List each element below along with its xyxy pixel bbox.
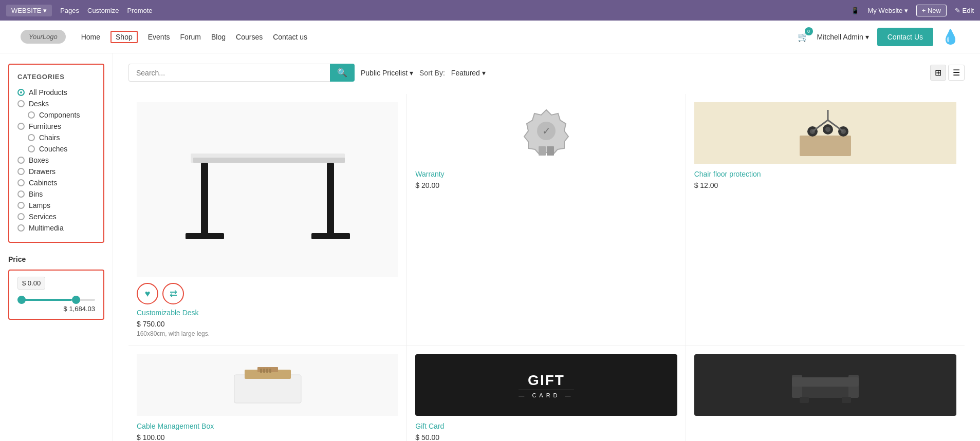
promote-link[interactable]: Promote xyxy=(127,7,152,14)
category-lamps-label: Lamps xyxy=(29,201,50,209)
grid-view-icon: ⊞ xyxy=(935,68,941,77)
radio-drawers xyxy=(17,168,25,175)
gift-card-title: GIFT xyxy=(528,372,565,389)
category-services[interactable]: Services xyxy=(17,211,95,222)
admin-bar: WEBSITE ▾ Pages Customize Promote 📱 My W… xyxy=(0,0,980,21)
mobile-icon[interactable]: 📱 xyxy=(851,7,859,14)
svg-rect-31 xyxy=(792,377,859,387)
svg-rect-3 xyxy=(186,233,224,239)
cart-icon[interactable]: 🛒 0 xyxy=(798,31,809,43)
product-image-sofa xyxy=(694,354,956,416)
product-card-gift-card: GIFT — CARD — Gift Card $ 50.00 xyxy=(407,346,686,441)
radio-components xyxy=(28,111,35,119)
product-actions-desk: ♥ ⇄ xyxy=(137,283,398,304)
categories-panel: CATEGORIES All Products Desks Components… xyxy=(8,64,104,243)
category-cabinets-label: Cabinets xyxy=(29,179,57,187)
grid-view-button[interactable]: ⊞ xyxy=(930,65,946,81)
range-handle-left[interactable] xyxy=(17,296,26,304)
nav-home[interactable]: Home xyxy=(81,33,100,41)
category-chairs-label: Chairs xyxy=(39,133,60,142)
product-name-cable-box[interactable]: Cable Management Box xyxy=(137,422,398,430)
warranty-badge-illustration: ✓ xyxy=(523,107,569,159)
category-all-products[interactable]: All Products xyxy=(17,87,95,98)
product-card-chair-protection: Chair floor protection $ 12.00 xyxy=(686,94,965,346)
category-multimedia-label: Multimedia xyxy=(29,224,64,232)
product-name-gift-card[interactable]: Gift Card xyxy=(415,422,677,430)
radio-services xyxy=(17,213,25,220)
pricelist-chevron-icon: ▾ xyxy=(410,69,413,77)
product-card-customizable-desk: ♥ ⇄ Customizable Desk $ 750.00 160x80cm,… xyxy=(128,94,407,346)
product-card-cable-box: Cable Management Box $ 100.00 xyxy=(128,346,407,441)
nav-shop[interactable]: Shop xyxy=(110,31,138,43)
category-furnitures[interactable]: Furnitures xyxy=(17,121,95,132)
nav-events[interactable]: Events xyxy=(148,33,170,41)
svg-rect-33 xyxy=(842,397,851,403)
categories-title: CATEGORIES xyxy=(17,73,95,81)
list-view-button[interactable]: ☰ xyxy=(948,65,965,81)
customize-link[interactable]: Customize xyxy=(87,7,119,14)
product-name-chair-protection[interactable]: Chair floor protection xyxy=(694,170,956,178)
product-image-gift-card: GIFT — CARD — xyxy=(415,354,677,416)
category-couches[interactable]: Couches xyxy=(17,143,95,155)
sort-chevron-icon: ▾ xyxy=(482,69,486,77)
radio-all-products xyxy=(17,89,25,96)
svg-rect-26 xyxy=(266,369,268,373)
logo[interactable]: YourLogo xyxy=(21,30,66,44)
svg-rect-32 xyxy=(800,397,809,403)
search-input[interactable] xyxy=(128,64,330,82)
product-price-chair-protection: $ 12.00 xyxy=(694,181,956,189)
product-name-warranty[interactable]: Warranty xyxy=(415,170,677,178)
nav-forum[interactable]: Forum xyxy=(180,33,201,41)
price-min-value: $ 0.00 xyxy=(17,277,45,290)
category-all-products-label: All Products xyxy=(29,88,67,97)
price-range-slider[interactable] xyxy=(17,299,95,301)
contact-us-button[interactable]: Contact Us xyxy=(877,28,933,46)
edit-button[interactable]: ✎ Edit xyxy=(955,7,974,14)
category-services-label: Services xyxy=(29,213,57,221)
website-menu[interactable]: WEBSITE ▾ xyxy=(6,5,52,16)
svg-point-15 xyxy=(825,127,830,132)
category-components-label: Components xyxy=(39,111,80,119)
product-image-warranty: ✓ xyxy=(415,102,677,164)
radio-cabinets xyxy=(17,179,25,186)
wishlist-button-desk[interactable]: ♥ xyxy=(137,283,158,304)
category-chairs[interactable]: Chairs xyxy=(17,132,95,143)
pages-link[interactable]: Pages xyxy=(60,7,79,14)
radio-desks xyxy=(17,100,25,107)
price-section: Price $ 0.00 $ 1,684.03 xyxy=(8,255,104,320)
product-image-customizable-desk xyxy=(137,102,398,277)
product-price-warranty: $ 20.00 xyxy=(415,181,677,189)
svg-rect-11 xyxy=(800,136,851,156)
nav-contact-us[interactable]: Contact us xyxy=(273,33,307,41)
sort-dropdown[interactable]: Featured ▾ xyxy=(451,69,486,77)
my-website-menu[interactable]: My Website ▾ xyxy=(867,7,908,14)
category-multimedia[interactable]: Multimedia xyxy=(17,222,95,234)
category-boxes[interactable]: Boxes xyxy=(17,155,95,166)
pricelist-dropdown[interactable]: Public Pricelist ▾ xyxy=(361,69,413,77)
category-components[interactable]: Components xyxy=(17,109,95,121)
range-track xyxy=(17,299,95,301)
svg-rect-5 xyxy=(311,233,350,239)
category-cabinets[interactable]: Cabinets xyxy=(17,177,95,188)
product-name-customizable-desk[interactable]: Customizable Desk xyxy=(137,309,398,317)
new-button[interactable]: + New xyxy=(916,5,947,16)
category-desks[interactable]: Desks xyxy=(17,98,95,109)
nav-blog[interactable]: Blog xyxy=(211,33,226,41)
chair-protection-illustration xyxy=(794,105,856,161)
view-toggle: ⊞ ☰ xyxy=(930,65,965,81)
nav-right: 🛒 0 Mitchell Admin ▾ Contact Us 💧 xyxy=(798,28,959,46)
toolbar: 🔍 Public Pricelist ▾ Sort By: Featured ▾… xyxy=(128,64,965,82)
category-drawers[interactable]: Drawers xyxy=(17,166,95,177)
search-button[interactable]: 🔍 xyxy=(330,64,355,82)
compare-button-desk[interactable]: ⇄ xyxy=(162,283,184,304)
admin-user-menu[interactable]: Mitchell Admin ▾ xyxy=(817,33,869,41)
category-lamps[interactable]: Lamps xyxy=(17,200,95,211)
pricelist-label: Public Pricelist xyxy=(361,69,408,77)
nav-bar: YourLogo Home Shop Events Forum Blog Cou… xyxy=(0,21,980,53)
range-handle-right[interactable] xyxy=(72,296,80,304)
sidebar: CATEGORIES All Products Desks Components… xyxy=(0,53,113,441)
category-bins[interactable]: Bins xyxy=(17,188,95,200)
cable-box-illustration xyxy=(229,365,306,406)
nav-courses[interactable]: Courses xyxy=(236,33,263,41)
product-desc-customizable-desk: 160x80cm, with large legs. xyxy=(137,330,398,337)
